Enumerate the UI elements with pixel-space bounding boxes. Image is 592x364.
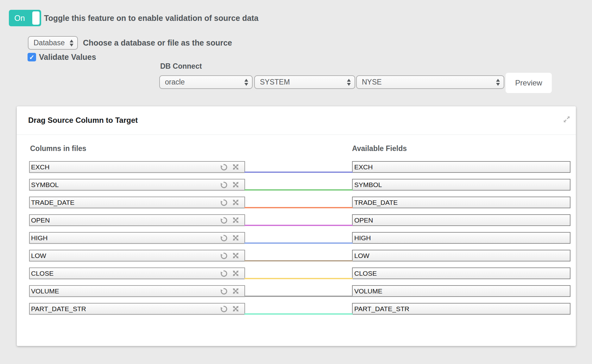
mapping-row: CLOSE [29, 267, 570, 279]
mapping-row: LOW [29, 250, 570, 261]
connector-line [244, 242, 353, 244]
source-field-box[interactable]: VOLUME [29, 285, 245, 297]
db-schema-select[interactable]: SYSTEM [254, 75, 355, 89]
db-table-value: NYSE [362, 78, 382, 86]
undo-icon[interactable] [220, 304, 228, 313]
toggle-state-label: On [9, 10, 30, 26]
undo-icon[interactable] [220, 198, 228, 207]
move-arrows-icon[interactable] [231, 198, 240, 207]
source-field-box[interactable]: TRADE_DATE [29, 197, 245, 208]
feature-toggle[interactable]: On [9, 10, 41, 26]
source-field-label: PART_DATE_STR [31, 305, 86, 313]
connector-line [244, 172, 353, 173]
target-field-box[interactable]: TRADE_DATE [352, 197, 570, 208]
mapping-row: TRADE_DATE [29, 197, 570, 208]
connector-line [244, 313, 353, 315]
check-icon: ✓ [29, 53, 35, 61]
preview-button[interactable]: Preview [506, 73, 552, 93]
db-table-select[interactable]: NYSE [356, 75, 504, 89]
db-schema-value: SYSTEM [260, 78, 290, 86]
target-field-label: OPEN [354, 217, 373, 224]
source-field-box[interactable]: CLOSE [29, 267, 245, 279]
target-field-box[interactable]: CLOSE [352, 267, 570, 279]
expand-diagonal-icon [562, 115, 571, 124]
source-field-box[interactable]: EXCH [29, 161, 245, 173]
validate-values-checkbox[interactable]: ✓ [28, 53, 36, 61]
source-field-label: VOLUME [31, 287, 59, 295]
undo-icon[interactable] [220, 180, 228, 189]
target-field-label: CLOSE [354, 270, 377, 277]
mapping-row: EXCH [29, 161, 570, 173]
mapping-connector [245, 267, 352, 279]
undo-icon[interactable] [220, 287, 228, 295]
undo-icon[interactable] [220, 163, 228, 171]
source-field-box[interactable]: HIGH [29, 232, 245, 244]
source-column-header: Columns in files [30, 144, 86, 153]
expand-panel-button[interactable] [562, 115, 571, 124]
connector-line [244, 189, 353, 191]
mapping-connector [245, 161, 352, 173]
target-field-box[interactable]: SYMBOL [352, 179, 570, 191]
db-connection-value: oracle [165, 78, 185, 86]
target-field-box[interactable]: LOW [352, 250, 570, 261]
source-field-label: CLOSE [31, 270, 54, 277]
mapping-panel: Drag Source Column to Target Columns in … [17, 106, 576, 346]
move-arrows-icon[interactable] [231, 163, 240, 171]
source-field-label: HIGH [31, 234, 48, 242]
target-field-box[interactable]: EXCH [352, 161, 570, 173]
connector-line [244, 207, 353, 208]
move-arrows-icon[interactable] [231, 287, 240, 295]
source-field-box[interactable]: SYMBOL [29, 179, 245, 191]
target-field-label: LOW [354, 252, 369, 260]
source-field-box[interactable]: LOW [29, 250, 245, 261]
undo-icon[interactable] [220, 234, 228, 242]
undo-icon[interactable] [220, 251, 228, 260]
mapping-connector [245, 285, 352, 297]
toggle-knob[interactable] [32, 11, 40, 25]
move-arrows-icon[interactable] [231, 180, 240, 189]
panel-title: Drag Source Column to Target [28, 116, 138, 125]
undo-icon[interactable] [220, 269, 228, 278]
mapping-row: VOLUME [29, 285, 570, 297]
mapping-rows: EXCH [29, 161, 570, 321]
target-field-box[interactable]: PART_DATE_STR [352, 303, 570, 315]
connector-line [244, 225, 353, 226]
mapping-connector [245, 214, 352, 226]
source-field-box[interactable]: OPEN [29, 214, 245, 226]
target-field-box[interactable]: OPEN [352, 214, 570, 226]
mapping-row: SYMBOL [29, 179, 570, 191]
target-field-box[interactable]: VOLUME [352, 285, 570, 297]
target-field-label: HIGH [354, 234, 371, 242]
source-select-description: Choose a database or file as the source [83, 36, 232, 50]
up-down-arrows-icon [244, 79, 248, 86]
target-field-label: VOLUME [354, 287, 382, 295]
db-connection-select[interactable]: oracle [159, 75, 253, 89]
move-arrows-icon[interactable] [231, 216, 240, 224]
source-type-select[interactable]: Database [28, 36, 78, 50]
up-down-arrows-icon [347, 79, 351, 86]
target-field-box[interactable]: HIGH [352, 232, 570, 244]
mapping-row: HIGH [29, 232, 570, 244]
connector-line [244, 260, 353, 261]
source-field-box[interactable]: PART_DATE_STR [29, 303, 245, 315]
connector-line [244, 278, 353, 279]
up-down-arrows-icon [70, 40, 73, 47]
move-arrows-icon[interactable] [231, 269, 240, 278]
mapping-row: OPEN [29, 214, 570, 226]
source-field-label: SYMBOL [31, 181, 59, 189]
mapping-connector [245, 197, 352, 208]
move-arrows-icon[interactable] [231, 234, 240, 242]
mapping-connector [245, 232, 352, 244]
db-connect-label: DB Connect [160, 62, 202, 71]
undo-icon[interactable] [220, 216, 228, 224]
mapping-connector [245, 303, 352, 315]
toggle-description: Toggle this feature on to enable validat… [44, 10, 258, 26]
move-arrows-icon[interactable] [231, 251, 240, 260]
source-field-label: LOW [31, 252, 46, 260]
up-down-arrows-icon [496, 79, 500, 86]
target-field-label: TRADE_DATE [354, 199, 398, 206]
target-field-label: SYMBOL [354, 181, 382, 189]
move-arrows-icon[interactable] [231, 304, 240, 313]
target-column-header: Available Fields [352, 144, 407, 153]
panel-divider [17, 135, 576, 135]
